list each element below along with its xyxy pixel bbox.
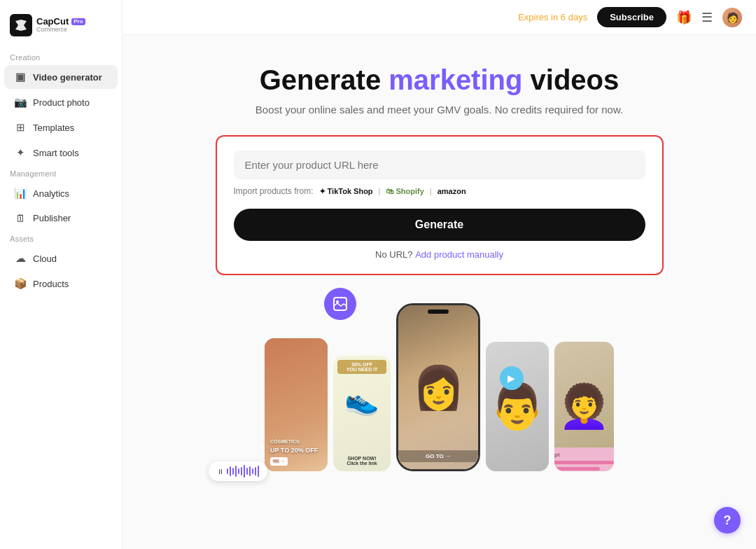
assets-section-label: Assets	[0, 230, 122, 246]
sidebar-item-publisher[interactable]: 🗓 Publisher	[4, 207, 118, 230]
main-headline: Generate marketing videos	[260, 63, 620, 97]
sidebar-item-label: Templates	[33, 123, 74, 133]
sidebar-item-analytics[interactable]: 📊 Analytics	[4, 181, 118, 205]
capcut-logo-icon	[10, 14, 32, 36]
subscribe-button[interactable]: Subscribe	[597, 7, 666, 27]
logo-sub-text: Commerce	[36, 27, 85, 34]
audio-wave	[227, 465, 259, 478]
product-photo-icon: 📷	[14, 96, 27, 109]
phone-card: 👩 GO TO →	[396, 303, 480, 471]
url-input[interactable]	[234, 151, 645, 179]
settings-icon[interactable]: ☰	[701, 10, 713, 25]
sidebar-item-cloud[interactable]: ☁ Cloud	[4, 246, 118, 270]
main-area: Expires in 6 days Subscribe 🎁 ☰ 🧑 Genera…	[122, 0, 756, 549]
pro-badge: Pro	[71, 18, 85, 26]
logo-area: CapCut Pro Commerce	[0, 8, 122, 49]
logo-main-text: CapCut	[36, 17, 69, 27]
shoe-card: 30% OFFYOU NEED IT 👟 SHOP NOW!Click the …	[333, 356, 391, 471]
smart-tools-icon: ✦	[14, 146, 27, 159]
sidebar-item-label: Cloud	[33, 253, 57, 264]
audio-badge: ⏸	[209, 461, 267, 481]
help-button[interactable]: ?	[714, 507, 741, 534]
headline-accent: marketing	[388, 64, 522, 95]
sidebar-item-templates[interactable]: ⊞ Templates	[4, 116, 118, 139]
sale-banner: 30% OFFYOU NEED IT	[337, 360, 386, 374]
expires-text: Expires in 6 days	[518, 12, 587, 22]
script-badge: Script ▶	[554, 447, 614, 471]
no-url-text: No URL?	[375, 249, 412, 260]
video-generator-icon: ▣	[14, 71, 27, 83]
content-area: Generate marketing videos Boost your onl…	[122, 35, 756, 549]
sidebar-item-products[interactable]: 📦 Products	[4, 272, 118, 296]
sidebar: CapCut Pro Commerce Creation ▣ Video gen…	[0, 0, 122, 549]
publisher-icon: 🗓	[14, 212, 27, 224]
divider2: |	[430, 187, 432, 195]
headline-part2: videos	[522, 64, 619, 95]
url-input-box: Import products from: ✦ TikTok Shop | 🛍 …	[216, 135, 664, 275]
cloud-icon: ☁	[14, 252, 27, 265]
templates-icon: ⊞	[14, 121, 27, 134]
sidebar-item-label: Publisher	[33, 213, 71, 223]
sidebar-item-label: Video generator	[33, 72, 102, 83]
pause-icon: ⏸	[217, 468, 224, 475]
subtext: Boost your online sales and meet your GM…	[255, 104, 623, 116]
amazon-logo: amazon	[438, 187, 466, 195]
gift-icon[interactable]: 🎁	[676, 10, 692, 25]
products-icon: 📦	[14, 277, 27, 290]
add-product-manually-link[interactable]: Add product manually	[415, 249, 503, 260]
no-url-row: No URL? Add product manually	[234, 249, 645, 260]
management-section-label: Management	[0, 165, 122, 181]
sidebar-item-video-generator[interactable]: ▣ Video generator	[4, 65, 118, 89]
woman-card: 👩‍🦱 Script ▶	[554, 342, 614, 471]
import-label: Import products from:	[234, 186, 314, 196]
platform-logos: ✦ TikTok Shop | 🛍 Shopify | amazon	[319, 187, 466, 196]
image-icon-badge	[324, 288, 356, 320]
import-row: Import products from: ✦ TikTok Shop | 🛍 …	[234, 186, 645, 196]
sidebar-item-smart-tools[interactable]: ✦ Smart tools	[4, 141, 118, 165]
cosmetics-card: COSMETICS UP TO 20% OFF ME →	[265, 338, 328, 471]
sidebar-item-label: Products	[33, 279, 69, 289]
avatar[interactable]: 🧑	[722, 8, 742, 27]
sidebar-item-label: Product photo	[33, 97, 90, 108]
shop-text: SHOP NOW!Click the link	[346, 456, 377, 466]
sidebar-item-product-photo[interactable]: 📷 Product photo	[4, 90, 118, 114]
sidebar-item-label: Analytics	[33, 188, 69, 199]
shoe-image: 👟	[344, 384, 379, 417]
shopify-logo: 🛍 Shopify	[386, 187, 424, 195]
play-badge: ▶	[500, 366, 524, 390]
tiktok-logo: ✦ TikTok Shop	[319, 187, 373, 196]
analytics-icon: 📊	[14, 187, 27, 200]
divider1: |	[379, 187, 381, 195]
sidebar-item-label: Smart tools	[33, 148, 79, 158]
creation-section-label: Creation	[0, 49, 122, 64]
header: Expires in 6 days Subscribe 🎁 ☰ 🧑	[122, 0, 756, 35]
logo-text: CapCut Pro Commerce	[36, 17, 85, 34]
man-card: 👨	[486, 342, 549, 471]
phone-content: 👩 GO TO →	[398, 305, 478, 469]
phone-notch	[428, 310, 449, 314]
headline-part1: Generate	[260, 64, 389, 95]
cosmetics-text: COSMETICS UP TO 20% OFF ME →	[270, 438, 322, 466]
preview-area: COSMETICS UP TO 20% OFF ME → ⏸	[195, 303, 685, 471]
generate-button[interactable]: Generate	[234, 209, 645, 241]
